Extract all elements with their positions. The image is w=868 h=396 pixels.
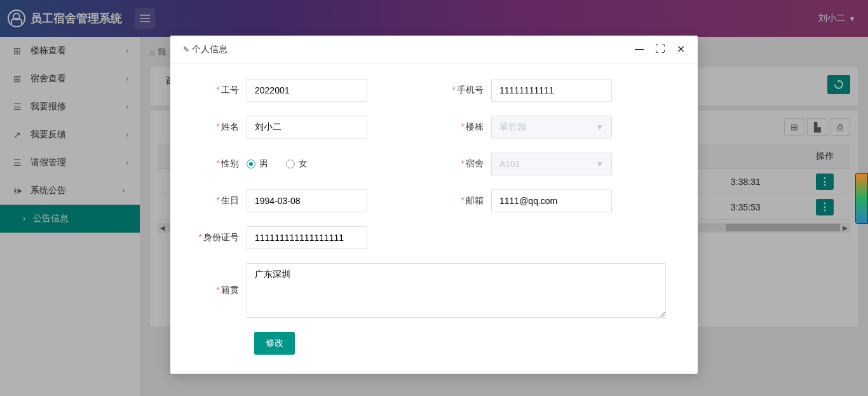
employee-id-input[interactable] — [247, 79, 367, 102]
building-select[interactable]: 翠竹园 ▼ — [491, 116, 612, 139]
side-widget[interactable] — [855, 173, 868, 224]
label-birthday: *生日 — [189, 195, 247, 207]
phone-input[interactable] — [491, 79, 612, 102]
profile-modal: ✎ 个人信息 ⛶ ✕ *工号 *手机号 *姓名 *楼栋 — [170, 36, 698, 374]
dorm-select[interactable]: A101 ▼ — [491, 153, 612, 175]
edit-icon: ✎ — [183, 45, 189, 54]
label-building: *楼栋 — [434, 121, 491, 133]
chevron-down-icon: ▼ — [596, 160, 604, 168]
label-employee-id: *工号 — [189, 85, 247, 96]
label-email: *邮箱 — [434, 195, 491, 207]
gender-female-radio[interactable]: 女 — [286, 158, 308, 170]
birthday-input[interactable] — [247, 189, 367, 212]
label-name: *姓名 — [189, 121, 247, 133]
radio-icon — [247, 160, 255, 168]
minimize-button[interactable] — [635, 43, 644, 55]
close-button[interactable]: ✕ — [677, 43, 685, 55]
modal-body: *工号 *手机号 *姓名 *楼栋 翠竹园 ▼ *性别 — [170, 64, 698, 374]
modal-title-label: 个人信息 — [192, 44, 227, 55]
radio-icon — [286, 160, 295, 168]
maximize-button[interactable]: ⛶ — [655, 43, 665, 55]
label-gender: *性别 — [189, 158, 247, 170]
label-phone: *手机号 — [434, 85, 491, 96]
native-textarea[interactable] — [247, 263, 666, 318]
submit-button[interactable]: 修改 — [254, 332, 295, 355]
name-input[interactable] — [247, 116, 367, 139]
label-native: *籍贯 — [189, 285, 247, 296]
idcard-input[interactable] — [247, 226, 367, 249]
minimize-icon — [635, 49, 644, 50]
modal-header: ✎ 个人信息 ⛶ ✕ — [170, 36, 698, 64]
chevron-down-icon: ▼ — [596, 123, 604, 132]
email-input[interactable] — [491, 189, 612, 212]
label-dorm: *宿舍 — [434, 158, 491, 170]
gender-male-radio[interactable]: 男 — [247, 158, 268, 170]
label-idcard: *身份证号 — [189, 232, 247, 243]
